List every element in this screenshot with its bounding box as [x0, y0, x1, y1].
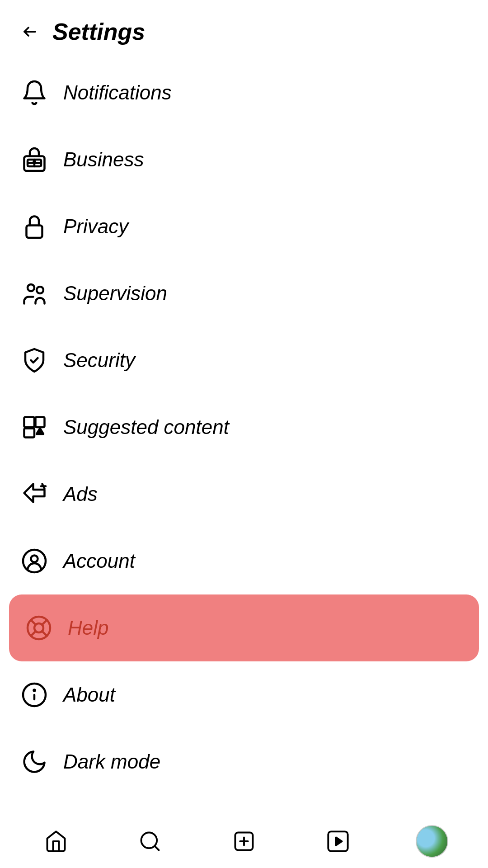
svg-line-21 [42, 631, 47, 636]
svg-rect-10 [24, 429, 35, 438]
bell-icon [18, 76, 51, 109]
back-arrow-icon [22, 24, 38, 40]
privacy-label: Privacy [63, 215, 128, 238]
menu-item-suggested-content[interactable]: Suggested content [0, 394, 488, 461]
svg-line-23 [31, 631, 36, 636]
svg-marker-33 [336, 837, 342, 845]
svg-line-20 [31, 620, 36, 625]
info-icon [18, 679, 51, 711]
menu-item-help[interactable]: Help [9, 594, 479, 661]
svg-line-22 [42, 620, 47, 625]
supervision-icon [18, 277, 51, 310]
nav-home[interactable] [33, 823, 79, 859]
svg-rect-11 [36, 417, 45, 428]
home-icon [44, 830, 68, 853]
plus-square-icon [232, 830, 256, 853]
menu-item-ads[interactable]: Ads [0, 461, 488, 528]
security-label: Security [63, 349, 135, 372]
suggested-icon [18, 411, 51, 443]
svg-marker-12 [37, 429, 43, 434]
svg-point-8 [37, 287, 43, 293]
security-icon [18, 344, 51, 377]
reels-icon [326, 830, 350, 853]
ads-label: Ads [63, 483, 98, 505]
menu-item-dark-mode[interactable]: Dark mode [0, 728, 488, 795]
ads-icon [18, 478, 51, 510]
svg-rect-9 [24, 417, 35, 428]
nav-new-post[interactable] [221, 823, 267, 859]
svg-rect-6 [27, 226, 42, 238]
moon-icon [18, 745, 51, 778]
search-icon [138, 830, 162, 853]
menu-item-privacy[interactable]: Privacy [0, 193, 488, 260]
lock-icon [18, 210, 51, 243]
menu-item-business[interactable]: Business [0, 126, 488, 193]
svg-line-28 [155, 846, 159, 850]
notifications-label: Notifications [63, 81, 172, 104]
menu-item-supervision[interactable]: Supervision [0, 260, 488, 327]
business-label: Business [63, 148, 144, 171]
help-label: Help [68, 617, 109, 639]
help-icon [23, 612, 55, 644]
menu-item-notifications[interactable]: Notifications [0, 59, 488, 126]
account-icon [18, 545, 51, 577]
supervision-label: Supervision [63, 282, 167, 305]
settings-menu: Notifications Business Privacy [0, 59, 488, 795]
bottom-nav [0, 814, 488, 868]
page-title: Settings [52, 18, 145, 45]
svg-point-17 [31, 556, 38, 562]
menu-item-security[interactable]: Security [0, 327, 488, 394]
account-label: Account [63, 550, 135, 572]
nav-search[interactable] [127, 823, 173, 859]
header: Settings [0, 0, 488, 59]
nav-profile[interactable] [409, 823, 455, 859]
svg-line-15 [42, 484, 45, 489]
about-label: About [63, 684, 115, 706]
svg-point-7 [28, 284, 34, 291]
menu-item-about[interactable]: About [0, 661, 488, 728]
avatar [416, 825, 448, 858]
suggested-content-label: Suggested content [63, 416, 229, 439]
menu-item-account[interactable]: Account [0, 528, 488, 594]
back-button[interactable] [16, 18, 43, 45]
svg-point-16 [23, 550, 46, 572]
business-icon [18, 143, 51, 176]
nav-reels[interactable] [315, 823, 361, 859]
dark-mode-label: Dark mode [63, 750, 160, 773]
